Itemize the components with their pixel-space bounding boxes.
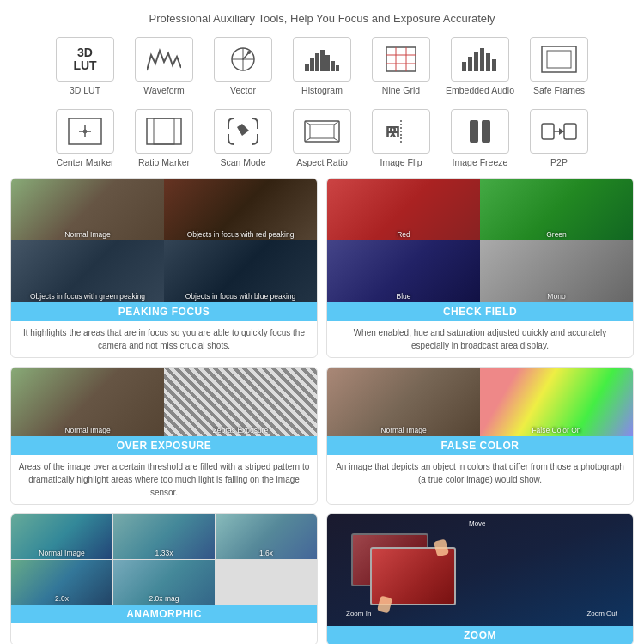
feature-over-exposure: Normal Image Zebras Exposure OVER EXPOSU… [10,367,318,505]
tool-icon-embedded-audio [451,37,509,82]
false-color-title: FALSE COLOR [327,436,633,455]
svg-rect-9 [325,55,330,71]
tool-vector[interactable]: Vector [205,33,281,99]
tool-label-histogram: Histogram [301,85,343,95]
svg-rect-18 [468,57,472,71]
svg-rect-22 [492,59,496,71]
svg-rect-5 [305,64,309,71]
peaking-green-label: Objects in focus with green peaking [11,292,164,301]
over-exposure-title: OVER EXPOSURE [11,436,317,455]
tool-image-flip[interactable]: R R Image Flip [363,106,439,171]
check-mono-image: Mono [480,240,633,302]
tool-icon-ratio-marker [135,109,193,154]
ana-label-2: 1.33x [113,549,215,557]
tool-icon-center-marker [56,109,114,154]
ana-img-3: 1.6x [216,514,317,559]
tool-3d-lut[interactable]: 3DLUT 3D LUT [47,33,123,99]
tool-nine-grid[interactable]: Nine Grid [363,33,439,99]
tool-aspect-ratio[interactable]: Aspect Ratio [284,106,360,171]
svg-point-4 [247,51,251,54]
check-field-title: CHECK FIELD [327,302,633,321]
feature-false-color: Normal Image False Color On FALSE COLOR … [326,367,634,505]
tool-icon-3d-lut: 3DLUT [56,37,114,82]
features-grid: Normal Image Objects in focus with red p… [0,178,644,644]
svg-rect-41 [482,120,490,143]
tool-label-vector: Vector [230,85,256,95]
tool-waveform[interactable]: Waveform [126,33,202,99]
ana-img-4: 2.0x [11,560,112,605]
tool-label-waveform: Waveform [143,85,184,95]
tools-row-1: 3DLUT 3D LUT Waveform Vector [0,33,644,106]
svg-marker-45 [559,128,564,135]
anamorphic-images: Normal Image 1.33x 1.6x 2.0x 2.0x mag [11,514,317,605]
tool-icon-waveform [135,37,193,82]
tool-label-center-marker: Center Marker [56,157,113,167]
peaking-normal-label: Normal Image [11,230,164,239]
svg-rect-17 [462,62,466,71]
svg-rect-19 [474,52,478,71]
tool-embedded-audio[interactable]: Embedded Audio [442,33,518,99]
tool-safe-frames[interactable]: Safe Frames [521,33,597,99]
tool-scan-mode[interactable]: Scan Mode [205,106,281,171]
over-zebra-label: Zebras Exposure [164,426,317,434]
check-field-desc: When enabled, hue and saturation adjuste… [327,321,633,357]
tool-histogram[interactable]: Histogram [284,33,360,99]
over-exposure-desc: Areas of the image over a certain thresh… [11,455,317,504]
ana-label-1: Normal Image [11,549,112,557]
ana-img-5: 2.0x mag [113,560,215,605]
tool-icon-vector [214,37,272,82]
tool-center-marker[interactable]: Center Marker [47,106,123,171]
tool-icon-nine-grid [372,37,430,82]
svg-rect-12 [386,47,416,71]
feature-peaking-focus: Normal Image Objects in focus with red p… [10,178,318,358]
feature-anamorphic: Normal Image 1.33x 1.6x 2.0x 2.0x mag AN… [10,513,318,644]
check-green-image: Green [480,179,633,240]
tool-image-freeze[interactable]: Image Freeze [442,106,518,171]
false-on-image: False Color On [480,368,633,436]
check-red-label: Red [327,230,480,239]
tool-label-p2p: P2P [550,157,568,167]
tool-label-ratio-marker: Ratio Marker [138,157,190,167]
svg-text:R: R [389,124,400,141]
tool-icon-image-flip: R R [372,109,430,154]
check-blue-label: Blue [327,292,480,301]
tool-icon-aspect-ratio [293,109,351,154]
peaking-focus-title: PEAKING FOCUS [11,302,317,321]
check-blue-image: Blue [327,240,480,302]
svg-rect-20 [480,48,484,71]
header-title: Professional Auxiliary Tools, Help You F… [149,12,495,25]
svg-rect-6 [310,58,314,71]
false-on-label: False Color On [480,426,633,434]
tool-label-embedded-audio: Embedded Audio [446,85,514,95]
svg-rect-32 [310,125,334,138]
anamorphic-title: ANAMORPHIC [11,605,317,623]
svg-rect-11 [336,65,339,71]
tool-ratio-marker[interactable]: Ratio Marker [126,106,202,171]
false-color-images: Normal Image False Color On [327,368,633,436]
tool-label-safe-frames: Safe Frames [533,85,585,95]
peaking-focus-images: Normal Image Objects in focus with red p… [11,179,317,302]
peaking-blue-label: Objects in focus with blue peaking [164,292,317,301]
svg-rect-43 [564,124,576,139]
svg-rect-24 [547,51,571,68]
svg-rect-21 [486,53,490,71]
peaking-normal-image: Normal Image [11,179,164,240]
tool-p2p[interactable]: P2P [521,106,597,171]
check-green-label: Green [480,230,633,239]
over-exposure-images: Normal Image Zebras Exposure [11,368,317,436]
check-field-images: Red Green Blue Mono [327,179,633,302]
zoom-visual: Move Zoom In Zoom Out [327,514,633,626]
false-normal-image: Normal Image [327,368,480,436]
svg-rect-8 [320,50,325,71]
ana-img-1: Normal Image [11,514,112,559]
zoom-title: ZOOM [327,626,633,644]
tool-label-image-flip: Image Flip [380,157,422,167]
tool-icon-safe-frames [530,37,588,82]
tool-icon-scan-mode [214,109,272,154]
peaking-red-image: Objects in focus with red peaking [164,179,317,240]
svg-rect-42 [542,124,554,139]
tool-label-aspect-ratio: Aspect Ratio [296,157,348,167]
page-header: Professional Auxiliary Tools, Help You F… [0,0,644,33]
check-red-image: Red [327,179,480,240]
tool-icon-image-freeze [451,109,509,154]
